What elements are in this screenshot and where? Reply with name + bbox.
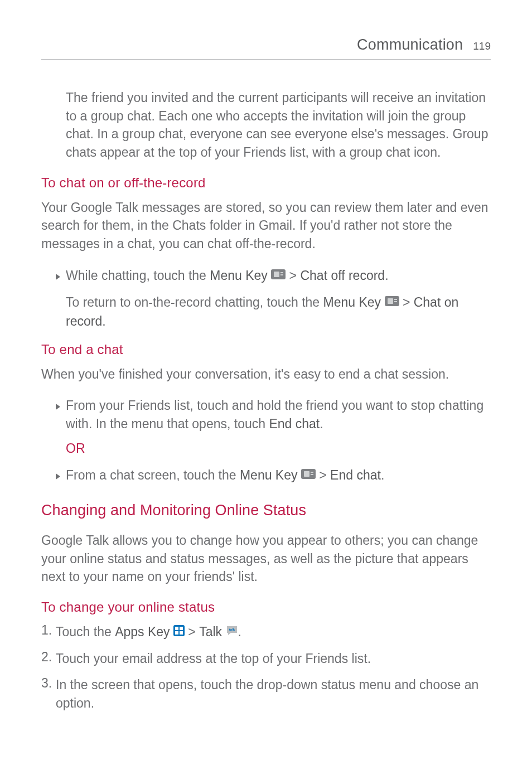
svg-marker-0: [56, 274, 60, 280]
svg-rect-3: [280, 272, 283, 273]
bullet-end-chat-screen-text: From a chat screen, touch the Menu Key >…: [66, 466, 384, 485]
svg-rect-13: [311, 472, 313, 473]
or-label: OR: [66, 441, 491, 456]
menu-key-icon: [301, 466, 316, 484]
svg-rect-2: [274, 272, 279, 277]
step-3: In the screen that opens, touch the drop…: [41, 676, 491, 712]
end-chat-paragraph: When you've finished your conversation, …: [41, 365, 491, 384]
svg-rect-17: [180, 627, 183, 630]
menu-key-icon: [271, 266, 286, 284]
svg-text:talk: talk: [229, 628, 235, 631]
subheading-change-status: To change your online status: [41, 599, 491, 615]
bullet-off-record: While chatting, touch the Menu Key > Cha…: [56, 267, 491, 285]
bullet-end-chat-screen: From a chat screen, touch the Menu Key >…: [56, 466, 491, 485]
svg-rect-8: [394, 301, 397, 302]
apps-key-icon: [173, 623, 185, 641]
svg-rect-14: [311, 474, 313, 475]
bullet-off-record-text: While chatting, touch the Menu Key > Cha…: [66, 267, 389, 285]
subheading-end-chat: To end a chat: [41, 342, 491, 357]
intro-paragraph: The friend you invited and the current p…: [66, 89, 491, 162]
off-the-record-paragraph: Your Google Talk messages are stored, so…: [41, 198, 491, 253]
svg-rect-12: [304, 471, 309, 477]
bullet-end-chat-friends-text: From your Friends list, touch and hold t…: [66, 396, 491, 433]
svg-rect-6: [388, 298, 393, 304]
svg-marker-10: [56, 473, 60, 480]
on-record-followup: To return to on-the-record chatting, tou…: [66, 293, 491, 331]
subheading-off-the-record: To chat on or off-the-record: [41, 175, 491, 191]
svg-rect-4: [280, 274, 283, 275]
numbered-steps: Touch the Apps Key > Talk talk . Touch y…: [41, 623, 491, 712]
page-header: Communication 119: [41, 36, 491, 60]
svg-rect-7: [394, 299, 397, 300]
svg-rect-16: [175, 627, 178, 630]
bullet-end-chat-friends: From your Friends list, touch and hold t…: [56, 396, 491, 433]
section-heading-online-status: Changing and Monitoring Online Status: [41, 502, 491, 519]
step-1: Touch the Apps Key > Talk talk .: [41, 623, 491, 642]
header-page-number: 119: [473, 40, 491, 52]
online-status-paragraph: Google Talk allows you to change how you…: [41, 531, 491, 586]
header-section-title: Communication: [357, 36, 463, 54]
menu-key-icon: [385, 293, 399, 311]
svg-rect-18: [175, 631, 178, 635]
svg-marker-9: [56, 404, 60, 410]
step-2: Touch your email address at the top of y…: [41, 650, 491, 668]
bullet-triangle-icon: [56, 272, 60, 285]
talk-icon: talk: [226, 623, 238, 641]
bullet-triangle-icon: [56, 472, 60, 485]
svg-rect-19: [180, 631, 183, 635]
bullet-triangle-icon: [56, 402, 60, 433]
